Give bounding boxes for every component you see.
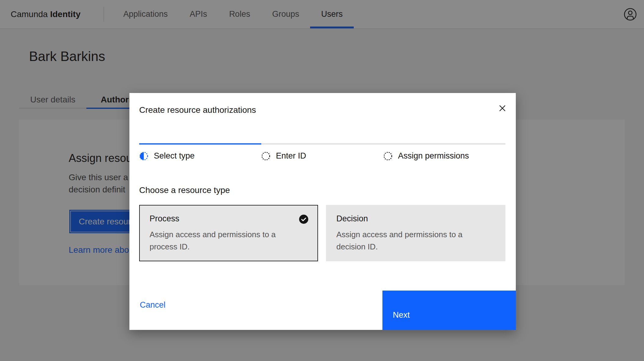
progress-step-enter-id[interactable]: Enter ID (261, 143, 383, 161)
create-resource-authorizations-modal: Create resource authorizations Select ty… (129, 93, 516, 330)
close-icon (499, 105, 506, 112)
close-button[interactable] (495, 101, 510, 116)
tile-description-line1: Assign access and permissions to a (336, 228, 495, 241)
app-window: Camunda Identity Applications APIs Roles… (0, 0, 644, 361)
progress-indicator: Select type Enter ID Assign permissions (139, 143, 505, 161)
tile-description: Assign access and permissions to a decis… (336, 228, 495, 253)
step-label: Assign permissions (398, 151, 469, 161)
step-current-icon (139, 152, 148, 161)
tile-description-line2: process ID. (150, 241, 308, 253)
cancel-button[interactable]: Cancel (140, 300, 165, 310)
next-button[interactable]: Next (382, 291, 516, 330)
progress-step-assign-permissions[interactable]: Assign permissions (383, 143, 505, 161)
step-label: Select type (154, 151, 195, 161)
tile-process[interactable]: Process Assign access and permissions to… (139, 205, 318, 261)
step-label: Enter ID (276, 151, 306, 161)
step-incomplete-icon (383, 152, 393, 161)
tile-description-line2: decision ID. (336, 241, 495, 253)
modal-title: Create resource authorizations (139, 105, 256, 115)
step-incomplete-icon (261, 152, 270, 161)
selected-checkmark-icon (299, 215, 308, 224)
tile-description-line1: Assign access and permissions to a (150, 228, 308, 241)
progress-step-select-type[interactable]: Select type (139, 143, 261, 161)
tile-title: Process (150, 214, 308, 223)
resource-type-tiles: Process Assign access and permissions to… (139, 205, 505, 261)
choose-resource-type-heading: Choose a resource type (139, 185, 230, 195)
tile-title: Decision (336, 214, 495, 223)
tile-description: Assign access and permissions to a proce… (150, 228, 308, 253)
tile-decision[interactable]: Decision Assign access and permissions t… (326, 205, 505, 261)
